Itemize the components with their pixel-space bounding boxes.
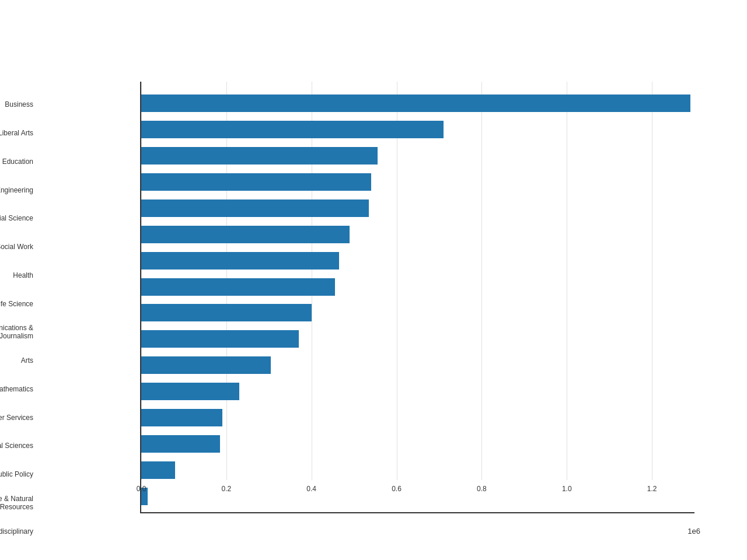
bars-wrapper [141,88,694,512]
y-label: Arts & Consumer Services [0,407,38,429]
y-label: Health [0,264,38,286]
bar [141,252,339,270]
bar-row [141,459,694,481]
bar [141,94,690,112]
x-tick-label: 0.2 [222,485,232,493]
bar-row [141,171,694,193]
y-label: Agriculture & Natural Resources [0,492,38,514]
bar-row [141,118,694,141]
bar [141,330,299,348]
x-tick-label: 0.8 [477,485,487,493]
bar-row [141,223,694,246]
y-labels: BusinessHumanities & Liberal ArtsEducati… [0,88,38,548]
bar-row [141,302,694,324]
bar [141,304,312,321]
bar-row [141,433,694,455]
bar [141,435,220,453]
bar [141,383,239,400]
y-label: Business [0,93,38,116]
chart-container: 0.00.20.40.60.81.01.2 1e6 BusinessHumani… [41,82,706,548]
x-tick-label: 0.4 [306,485,316,493]
y-label: Biology & Life Science [0,293,38,315]
y-label: Social Science [0,207,38,229]
bar-row [141,145,694,167]
y-label: Law & Public Policy [0,463,38,485]
bar-row [141,328,694,350]
x-tick-label: 0.0 [137,485,146,493]
y-label: Psychology & Social Work [0,236,38,258]
x-tick-label: 0.6 [392,485,402,493]
bar-row [141,407,694,429]
bar-row [141,380,694,402]
scale-label: 1e6 [687,527,700,536]
chart-area: 0.00.20.40.60.81.01.2 1e6 [140,82,694,513]
y-label: Physical Sciences [0,435,38,457]
y-label: Education [0,150,38,173]
bar [141,147,378,164]
y-label: Humanities & Liberal Arts [0,122,38,144]
y-label: Arts [0,349,38,372]
bar [141,173,371,191]
bar-row [141,92,694,114]
bar-row [141,354,694,376]
y-label: Engineering [0,179,38,201]
bar [141,409,222,426]
bar [141,278,335,296]
bar [141,226,350,243]
y-label: Interdisciplinary [0,520,38,542]
bar [141,461,175,479]
y-label: Computers & Mathematics [0,378,38,400]
bar [141,121,444,138]
bar-row [141,276,694,298]
x-axis-labels: 0.00.20.40.60.81.01.2 [141,480,694,512]
bar-row [141,250,694,272]
chart-wrapper: 0.00.20.40.60.81.01.2 1e6 BusinessHumani… [41,35,706,525]
bar [141,200,369,217]
bar [141,356,271,374]
bar-row [141,197,694,219]
x-tick-label: 1.0 [562,485,572,493]
x-tick-label: 1.2 [647,485,657,493]
y-label: Communications & Journalism [0,321,38,343]
